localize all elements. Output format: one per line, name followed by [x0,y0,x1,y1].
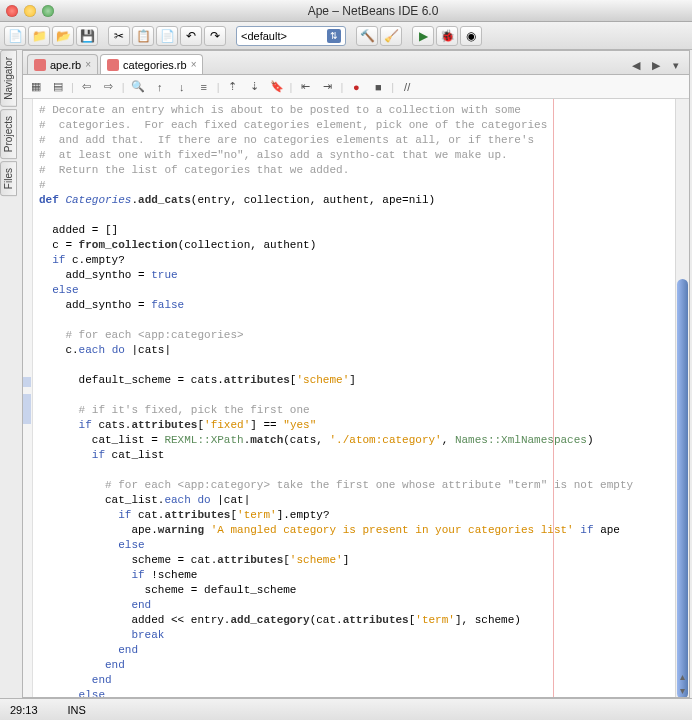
window-title: Ape – NetBeans IDE 6.0 [60,4,686,18]
main-toolbar: 📄 📁 📂 💾 ✂ 📋 📄 ↶ ↷ <default> ⇅ 🔨 🧹 ▶ 🐞 ◉ [0,22,692,50]
macro-record-button[interactable]: ● [347,78,365,96]
ruby-file-icon [107,59,119,71]
prev-bookmark-button[interactable]: ⇡ [224,78,242,96]
window-zoom-button[interactable] [42,5,54,17]
file-tab-ape[interactable]: ape.rb × [27,54,98,74]
file-tab-bar: ape.rb × categories.rb × ◀ ▶ ▾ [23,51,689,75]
tab-list-button[interactable]: ▾ [667,56,685,74]
file-tab-label: categories.rb [123,59,187,71]
new-file-button[interactable]: 📄 [4,26,26,46]
build-button[interactable]: 🔨 [356,26,378,46]
profile-button[interactable]: ◉ [460,26,482,46]
source-view-button[interactable]: ▦ [27,78,45,96]
chevron-updown-icon: ⇅ [327,29,341,43]
code-editor[interactable]: # Decorate an entry which is about to be… [33,99,675,697]
sidebar-tab-projects[interactable]: Projects [0,109,17,159]
history-view-button[interactable]: ▤ [49,78,67,96]
window-minimize-button[interactable] [24,5,36,17]
new-project-button[interactable]: 📁 [28,26,50,46]
editor-toolbar: ▦ ▤ | ⇦ ⇨ | 🔍 ↑ ↓ ≡ | ⇡ ⇣ 🔖 | ⇤ ⇥ | ● ■ … [23,75,689,99]
config-combo[interactable]: <default> ⇅ [236,26,346,46]
sidebar-tab-navigator[interactable]: Navigator [0,50,17,107]
file-tab-label: ape.rb [50,59,81,71]
shift-left-button[interactable]: ⇤ [296,78,314,96]
scroll-down-icon[interactable]: ▾ [676,683,689,697]
tab-scroll-left-button[interactable]: ◀ [627,56,645,74]
find-next-button[interactable]: ↓ [173,78,191,96]
copy-button[interactable]: 📋 [132,26,154,46]
editor-gutter[interactable] [23,99,33,697]
debug-button[interactable]: 🐞 [436,26,458,46]
ruby-file-icon [34,59,46,71]
tab-scroll-right-button[interactable]: ▶ [647,56,665,74]
toggle-highlight-button[interactable]: ≡ [195,78,213,96]
vertical-scrollbar[interactable]: ▴ ▾ [675,99,689,697]
next-bookmark-button[interactable]: ⇣ [246,78,264,96]
nav-back-button[interactable]: ⇦ [78,78,96,96]
open-button[interactable]: 📂 [52,26,74,46]
file-tab-categories[interactable]: categories.rb × [100,54,203,74]
nav-forward-button[interactable]: ⇨ [100,78,118,96]
toggle-bookmark-button[interactable]: 🔖 [268,78,286,96]
sidebar-tab-files[interactable]: Files [0,161,17,196]
run-button[interactable]: ▶ [412,26,434,46]
paste-button[interactable]: 📄 [156,26,178,46]
find-prev-button[interactable]: ↑ [151,78,169,96]
redo-button[interactable]: ↷ [204,26,226,46]
shift-right-button[interactable]: ⇥ [318,78,336,96]
close-tab-icon[interactable]: × [191,59,197,70]
scroll-up-icon[interactable]: ▴ [676,669,689,683]
undo-button[interactable]: ↶ [180,26,202,46]
macro-stop-button[interactable]: ■ [369,78,387,96]
window-close-button[interactable] [6,5,18,17]
status-bar: 29:13 INS [0,698,692,720]
find-selection-button[interactable]: 🔍 [129,78,147,96]
close-tab-icon[interactable]: × [85,59,91,70]
clean-build-button[interactable]: 🧹 [380,26,402,46]
config-combo-value: <default> [241,30,287,42]
cursor-position: 29:13 [10,704,38,716]
save-all-button[interactable]: 💾 [76,26,98,46]
cut-button[interactable]: ✂ [108,26,130,46]
insert-mode: INS [68,704,86,716]
comment-button[interactable]: // [398,78,416,96]
scrollbar-thumb[interactable] [677,279,688,697]
